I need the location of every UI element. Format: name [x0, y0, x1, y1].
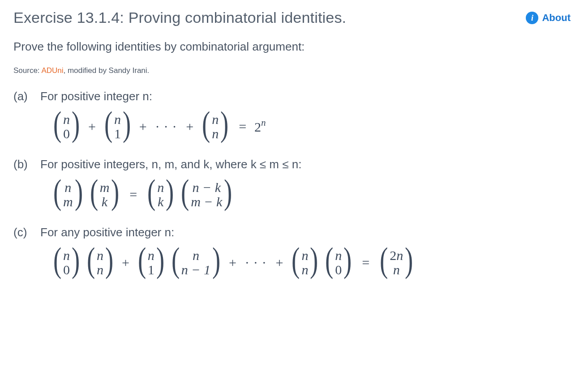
- binom-2n-n: ( 2nn ): [378, 247, 415, 277]
- equals: =: [124, 187, 142, 202]
- part-c-lead: For any positive integer n:: [40, 226, 571, 239]
- source-suffix: , modified by Sandy Irani.: [64, 66, 150, 75]
- equals: =: [356, 255, 375, 270]
- plus-op: +: [118, 255, 133, 270]
- part-c-label: (c): [13, 226, 31, 277]
- part-c-body: For any positive integer n: ( n0 ) ( nn …: [40, 226, 571, 277]
- source-line: Source: ADUni, modified by Sandy Irani.: [13, 66, 571, 75]
- binom-n-k: ( nk ): [146, 179, 176, 209]
- binom-n-0: ( n0 ): [323, 247, 353, 277]
- equals: =: [233, 119, 252, 134]
- part-b-label: (b): [13, 158, 31, 209]
- part-b-equation: ( nm ) ( mk ) = ( nk ) (: [40, 179, 571, 209]
- about-label: About: [542, 12, 571, 24]
- part-a-body: For positive integer n: ( n0 ) + ( n1 ) …: [40, 89, 571, 141]
- page-title: Exercise 13.1.4: Proving combinatorial i…: [13, 9, 346, 26]
- binom-n-n: ( nn ): [200, 111, 230, 141]
- part-c-equation: ( n0 ) ( nn ) + ( n1 ) ( nn − 1: [40, 247, 571, 277]
- part-a-equation: ( n0 ) + ( n1 ) + · · · + ( nn ) =: [40, 111, 571, 141]
- binom-n-n: ( nn ): [85, 247, 115, 277]
- binom-m-k: ( mk ): [88, 179, 121, 209]
- plus-op: +: [85, 119, 99, 134]
- cdots: · · ·: [243, 255, 270, 270]
- source-link[interactable]: ADUni: [41, 66, 63, 75]
- two-to-n: 2n: [254, 118, 266, 135]
- part-a: (a) For positive integer n: ( n0 ) + ( n…: [13, 89, 571, 141]
- binom-n-1: ( n1 ): [103, 111, 133, 141]
- page: Exercise 13.1.4: Proving combinatorial i…: [0, 0, 584, 311]
- plus-op: +: [182, 119, 197, 134]
- plus-op: +: [225, 255, 240, 270]
- binom-n-0: ( n0 ): [52, 111, 82, 141]
- binom-nk-mk: ( n − k m − k ): [179, 179, 234, 209]
- plus-op: +: [272, 255, 287, 270]
- binom-n-m: ( nm ): [52, 179, 85, 209]
- about-button[interactable]: i About: [526, 12, 571, 24]
- binom-n-0: ( n0 ): [52, 247, 82, 277]
- part-b: (b) For positive integers, n, m, and k, …: [13, 158, 571, 209]
- part-b-lead: For positive integers, n, m, and k, wher…: [40, 158, 571, 171]
- part-a-label: (a): [13, 89, 31, 141]
- binom-n-nm1: ( nn − 1 ): [170, 247, 222, 277]
- cdots: · · ·: [153, 119, 180, 134]
- part-b-body: For positive integers, n, m, and k, wher…: [40, 158, 571, 209]
- prompt-text: Prove the following identities by combin…: [13, 40, 571, 54]
- source-prefix: Source:: [13, 66, 41, 75]
- binom-n-n: ( nn ): [290, 247, 320, 277]
- info-icon: i: [526, 12, 538, 24]
- part-c: (c) For any positive integer n: ( n0 ) (…: [13, 226, 571, 277]
- part-a-lead: For positive integer n:: [40, 89, 571, 103]
- header-row: Exercise 13.1.4: Proving combinatorial i…: [13, 9, 571, 26]
- plus-op: +: [136, 119, 150, 134]
- binom-n-1: ( n1 ): [136, 247, 166, 277]
